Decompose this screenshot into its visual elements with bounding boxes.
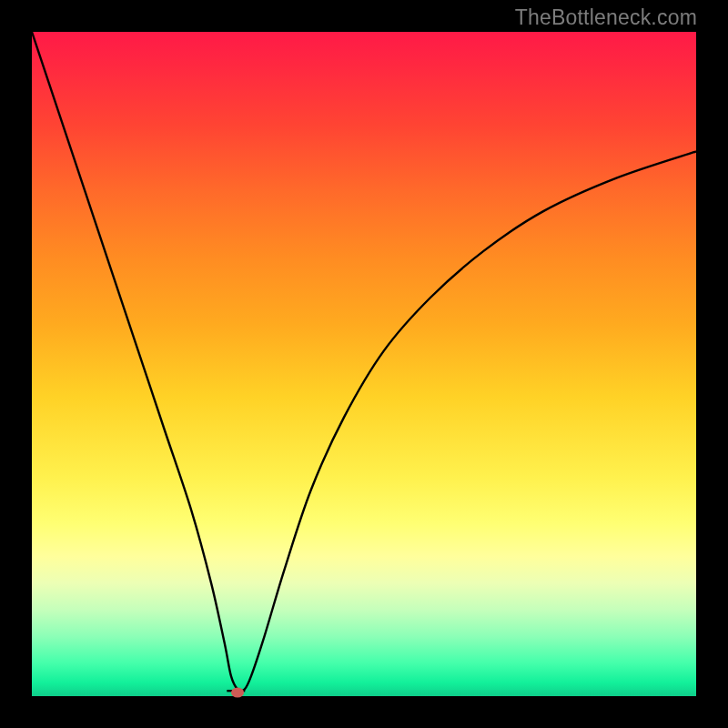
curve-path	[32, 32, 696, 692]
watermark-text: TheBottleneck.com	[515, 5, 697, 30]
optimal-point-marker	[231, 688, 244, 698]
plot-area	[32, 32, 696, 696]
chart-frame: TheBottleneck.com	[0, 0, 728, 728]
bottleneck-curve	[32, 32, 696, 696]
